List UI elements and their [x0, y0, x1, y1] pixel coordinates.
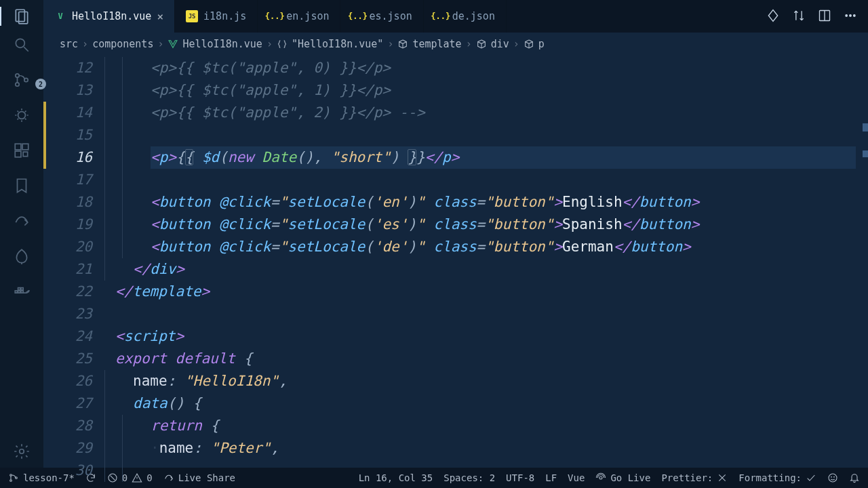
tab-label: HelloI18n.vue	[72, 10, 151, 22]
explorer-icon[interactable]	[12, 7, 31, 26]
editor[interactable]: 12131415161718192021222324252627282930 <…	[43, 56, 868, 468]
breadcrumb-item[interactable]: p	[538, 38, 545, 50]
cube-icon	[476, 39, 487, 49]
minimap[interactable]	[856, 56, 868, 468]
line-gutter: 12131415161718192021222324252627282930	[46, 56, 104, 468]
breadcrumb-item[interactable]: "HelloI18n.vue"	[292, 38, 383, 50]
docker-icon[interactable]	[12, 282, 31, 301]
more-icon[interactable]	[844, 9, 857, 24]
project-icon[interactable]	[12, 247, 31, 266]
vue-file-icon: V	[54, 10, 66, 22]
activity-bar	[0, 0, 43, 33]
cube-icon	[397, 39, 408, 49]
tab-en-json[interactable]: {..}en.json	[258, 0, 340, 33]
split-editor-icon[interactable]	[818, 9, 831, 24]
json-file-icon: {..}	[351, 10, 363, 22]
breadcrumb-item[interactable]: template	[412, 38, 461, 50]
settings-icon[interactable]	[12, 442, 31, 461]
svg-rect-22	[21, 288, 23, 290]
svg-point-5	[850, 14, 852, 16]
close-icon[interactable]: ×	[157, 10, 163, 23]
tab-label: i18n.js	[203, 10, 246, 22]
code-area[interactable]: <p>{{ $tc("apple", 0) }}</p><p>{{ $tc("a…	[151, 56, 856, 468]
svg-point-6	[854, 14, 856, 16]
js-file-icon: JS	[186, 10, 198, 22]
breadcrumb-item[interactable]: src	[60, 38, 78, 50]
cube-icon	[524, 39, 534, 49]
tab-de-json[interactable]: {..}de.json	[424, 0, 507, 33]
search-icon[interactable]	[12, 35, 31, 54]
scm-badge: 2	[35, 79, 46, 89]
svg-rect-15	[15, 151, 21, 157]
source-control-icon[interactable]	[12, 70, 31, 89]
json-file-icon: {..}	[435, 10, 447, 22]
tab-label: en.json	[286, 10, 329, 22]
tab-i18n-js[interactable]: JSi18n.js	[175, 0, 258, 33]
breadcrumb-item[interactable]: components	[92, 38, 153, 50]
breadcrumb-item[interactable]: div	[491, 38, 509, 50]
tab-HelloI18n-vue[interactable]: VHelloI18n.vue×	[43, 0, 175, 33]
svg-point-9	[16, 74, 19, 77]
braces-icon	[277, 39, 288, 49]
svg-rect-13	[15, 144, 21, 150]
svg-point-12	[18, 112, 26, 119]
breadcrumbs[interactable]: src›components›HelloI18n.vue›"HelloI18n.…	[43, 33, 868, 56]
json-file-icon: {..}	[269, 10, 281, 22]
svg-point-7	[16, 39, 24, 47]
tab-label: de.json	[452, 10, 495, 22]
svg-point-10	[16, 83, 19, 86]
bookmark-icon[interactable]	[12, 176, 31, 195]
svg-point-23	[20, 449, 24, 454]
vue-icon	[167, 39, 178, 49]
tab-es-json[interactable]: {..}es.json	[340, 0, 423, 33]
svg-point-25	[10, 480, 12, 482]
liveshare-icon[interactable]	[12, 211, 31, 230]
svg-line-8	[24, 47, 28, 52]
svg-rect-14	[22, 144, 28, 150]
compare-icon[interactable]	[792, 9, 806, 24]
debug-icon[interactable]	[12, 106, 31, 125]
extensions-icon[interactable]	[12, 141, 31, 160]
tab-bar: VHelloI18n.vue×JSi18n.js{..}en.json{..}e…	[43, 0, 868, 33]
svg-point-24	[10, 474, 12, 476]
gitlens-icon[interactable]	[766, 9, 780, 24]
breadcrumb-item[interactable]: HelloI18n.vue	[182, 38, 262, 50]
svg-point-4	[846, 14, 848, 16]
tab-label: es.json	[369, 10, 412, 22]
activity-bar-lower: 2	[0, 33, 43, 468]
svg-rect-21	[18, 288, 20, 290]
svg-rect-16	[23, 152, 27, 157]
